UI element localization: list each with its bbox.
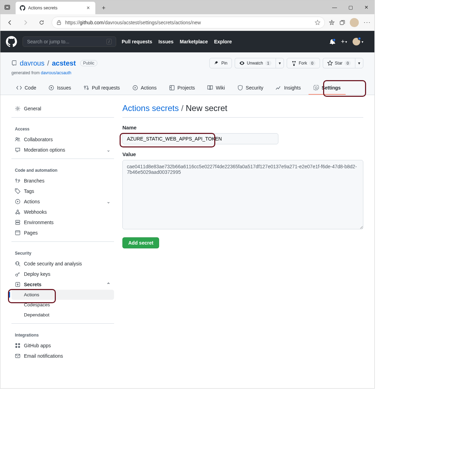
search-placeholder: Search or jump to... [27,39,69,44]
star-icon [327,60,333,66]
unwatch-dropdown[interactable]: ▾ [276,58,284,68]
github-search-input[interactable]: Search or jump to... / [23,36,116,47]
sidebar-item-secrets[interactable]: Secrets⌃ [11,279,114,290]
favorite-star-icon[interactable] [315,20,320,25]
server-icon [15,220,20,225]
browser-address-bar: https://github.com/davrous/acstest/setti… [0,14,374,31]
star-dropdown[interactable]: ▾ [355,58,363,68]
eye-icon [239,60,245,66]
tab-close-icon[interactable]: × [85,5,91,11]
url-text: https://github.com/davrous/acstest/setti… [65,20,201,25]
sidebar-item-general[interactable]: General [11,103,114,114]
sidebar-item-actions[interactable]: Actions⌄ [11,196,114,207]
book-icon [207,85,213,91]
fork-button[interactable]: Fork0 [287,58,320,68]
pin-icon [214,60,219,66]
nav-back-button[interactable] [4,17,16,28]
sidebar-item-deploy-keys[interactable]: Deploy keys [11,269,114,279]
tab-settings[interactable]: Settings [309,82,346,95]
generated-from: generated from davrous/acsauth [11,70,363,75]
sidebar-item-email[interactable]: Email notifications [11,351,114,361]
secret-name-input[interactable] [122,133,278,144]
sidebar-item-pages[interactable]: Pages [11,228,114,238]
collections-icon[interactable] [339,20,345,25]
browser-tab[interactable]: Actions secrets × [16,2,95,14]
nav-refresh-button[interactable] [36,17,47,28]
tab-insights[interactable]: Insights [271,82,305,95]
svg-point-15 [17,210,18,211]
nav-marketplace[interactable]: Marketplace [180,39,208,44]
window-maximize-button[interactable]: ▢ [343,0,358,14]
sidebar-item-github-apps[interactable]: GitHub apps [11,340,114,351]
create-new-dropdown[interactable]: +▾ [341,38,347,45]
repo-owner-link[interactable]: davrous [20,59,44,67]
sidebar-item-environments[interactable]: Environments [11,217,114,228]
tab-pull-requests[interactable]: Pull requests [79,82,125,95]
sidebar-item-branches[interactable]: Branches [11,176,114,186]
window-minimize-button[interactable]: — [327,0,343,14]
svg-point-13 [16,213,17,214]
tab-issues[interactable]: Issues [44,82,76,95]
generated-from-link[interactable]: davrous/acsauth [41,70,71,75]
nav-pull-requests[interactable]: Pull requests [122,39,152,44]
nav-explore[interactable]: Explore [214,39,232,44]
svg-rect-7 [170,86,174,90]
svg-rect-23 [18,343,20,345]
browser-icon [15,230,20,236]
sidebar-item-tags[interactable]: Tags [11,186,114,196]
url-input[interactable]: https://github.com/davrous/acstest/setti… [52,17,325,28]
add-secret-button[interactable]: Add secret [122,237,159,248]
unwatch-button[interactable]: Unwatch1 [235,58,276,68]
projects-icon [169,85,175,91]
secret-value-textarea[interactable] [122,160,363,229]
svg-point-14 [18,213,20,214]
gear-icon [15,106,20,111]
tab-title: Actions secrets [28,6,83,10]
fork-icon [291,60,297,66]
github-logo-icon[interactable] [6,36,17,47]
nav-issues[interactable]: Issues [158,39,174,44]
sidebar-item-code-security[interactable]: Code security and analysis [11,258,114,269]
asterisk-icon [15,282,20,287]
chevron-up-icon: ⌃ [106,282,111,287]
user-menu[interactable]: ▾ [353,38,363,45]
sidebar-item-secrets-dependabot[interactable]: Dependabot [11,310,114,320]
window-close-button[interactable]: ✕ [358,0,374,14]
pin-button[interactable]: Pin [209,58,232,68]
sidebar-item-secrets-codespaces[interactable]: Codespaces [11,300,114,310]
sidebar-header-code: Code and automation [11,162,114,176]
new-tab-button[interactable]: + [98,2,109,14]
nav-forward-button[interactable] [20,17,32,28]
user-avatar [353,38,360,45]
svg-point-9 [16,138,18,139]
play-icon [132,85,138,91]
breadcrumb-link[interactable]: Actions secrets [122,103,179,113]
tab-wiki[interactable]: Wiki [202,82,230,95]
tab-code[interactable]: Code [11,82,41,95]
mail-icon [15,353,20,359]
tab-projects[interactable]: Projects [164,82,200,95]
sidebar-item-webhooks[interactable]: Webhooks [11,207,114,217]
favorites-icon[interactable] [329,20,335,25]
tab-security[interactable]: Security [233,82,268,95]
shield-icon [237,85,243,91]
main-content: Actions secrets / New secret Name Value … [122,103,363,361]
chevron-down-icon: ⌄ [106,199,111,204]
slash-key-icon: / [106,39,112,44]
sidebar-header-access: Access [11,121,114,134]
key-icon [15,271,20,277]
star-button[interactable]: Star0 [323,58,355,68]
repo-name-link[interactable]: acstest [52,59,76,67]
sidebar-item-secrets-actions[interactable]: Actions [11,290,114,300]
people-icon [15,137,20,142]
tab-actions[interactable]: Actions [128,82,162,95]
chevron-down-icon: ⌄ [106,147,111,153]
sidebar-item-collaborators[interactable]: Collaborators [11,134,114,145]
notifications-button[interactable] [330,39,335,44]
browser-profile-avatar[interactable] [350,18,359,27]
browser-menu-button[interactable]: ··· [364,19,371,26]
sidebar-item-moderation[interactable]: Moderation options⌄ [11,145,114,155]
play-circle-icon [15,199,20,204]
tab-overview-icon[interactable] [0,0,14,14]
pr-icon [84,85,89,91]
